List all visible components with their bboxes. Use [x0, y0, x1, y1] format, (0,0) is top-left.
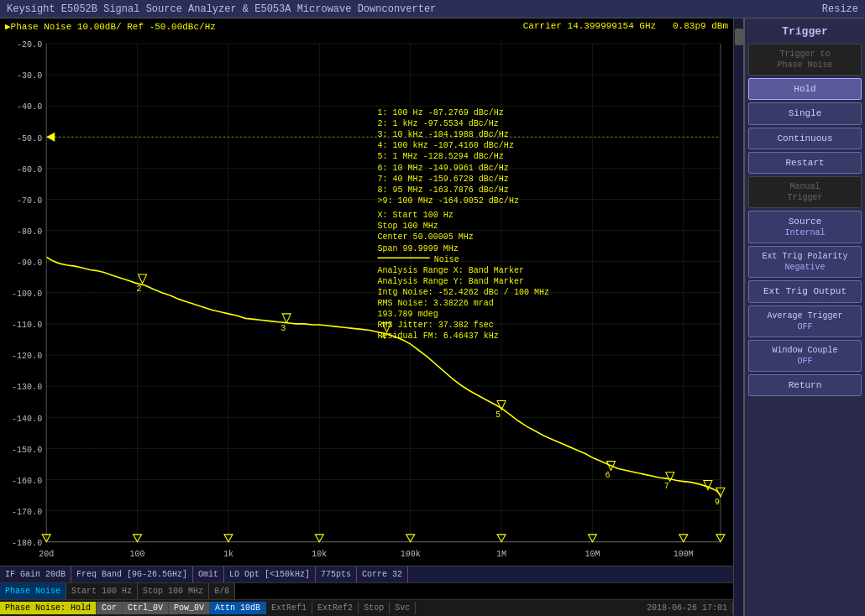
svg-text:-40.0: -40.0 [17, 102, 42, 112]
plot-footer: IF Gain 20dB Freq Band [9G-26.5GHz] Omit… [0, 566, 733, 582]
svg-text:-90.0: -90.0 [17, 258, 42, 268]
hold-btn[interactable]: Hold [748, 78, 862, 100]
chart-svg: -20.0 -30.0 -40.0 -50.0 -60.0 -70.0 -80.… [0, 34, 733, 566]
svg-text:-170.0: -170.0 [12, 507, 42, 517]
svg-text:Noise: Noise [434, 253, 459, 264]
svg-text:Analysis Range Y: Band Marker: Analysis Range Y: Band Marker [378, 275, 524, 285]
status-extref2: ExtRef2 [312, 602, 359, 614]
svg-text:-180.0: -180.0 [12, 538, 42, 548]
plot-header: ▶Phase Noise 10.00dB/ Ref -50.00dBc/Hz C… [0, 18, 733, 34]
svg-text:-120.0: -120.0 [12, 351, 42, 361]
svg-text:Residual FM: 6.46437 kHz: Residual FM: 6.46437 kHz [378, 331, 499, 341]
ext-trig-output-btn[interactable]: Ext Trig Output [748, 280, 862, 302]
pts-cell: 775pts [316, 566, 357, 582]
manual-trigger-btn[interactable]: ManualTrigger [748, 176, 862, 208]
svg-text:-50.0: -50.0 [17, 133, 42, 143]
svg-text:5: 5 [495, 410, 501, 420]
svg-text:193.789 mdeg: 193.789 mdeg [378, 309, 438, 319]
pn-stop-cell: Stop 100 MHz [138, 583, 209, 599]
title-bar: Keysight E5052B Signal Source Analyzer &… [0, 0, 865, 18]
sidebar: Trigger Trigger toPhase Noise Hold Singl… [743, 18, 865, 616]
source-internal-btn[interactable]: Source Internal [748, 211, 862, 243]
svg-text:-110.0: -110.0 [12, 320, 42, 330]
svg-text:100M: 100M [674, 549, 694, 559]
svg-text:-130.0: -130.0 [12, 382, 42, 392]
plot-area: -20.0 -30.0 -40.0 -50.0 -60.0 -70.0 -80.… [0, 34, 733, 566]
status-pow: Pow_0V [169, 602, 210, 614]
svg-text:X: Start 100 Hz: X: Start 100 Hz [378, 210, 453, 220]
return-btn[interactable]: Return [748, 374, 862, 396]
carrier-info: Carrier 14.399999154 GHz 0.83p9 dBm [523, 21, 728, 32]
sidebar-title: Trigger [748, 22, 862, 41]
svg-text:>9: 100 MHz   -164.0052 dBc/Hz: >9: 100 MHz -164.0052 dBc/Hz [378, 195, 519, 205]
average-trigger-btn[interactable]: Average Trigger OFF [748, 305, 862, 337]
plot-title: ▶Phase Noise 10.00dB/ Ref -50.00dBc/Hz [5, 21, 216, 32]
lo-opt-cell[interactable]: LO Opt [<150kHz] [224, 566, 316, 582]
svg-text:Stop 100 MHz: Stop 100 MHz [378, 221, 438, 231]
svg-text:RMS Jitter: 37.382 fsec: RMS Jitter: 37.382 fsec [378, 320, 494, 330]
scroll-thumb[interactable] [735, 29, 743, 45]
restart-btn[interactable]: Restart [748, 152, 862, 174]
svg-text:10k: 10k [312, 549, 327, 559]
resize-btn[interactable]: Resize [822, 3, 858, 15]
single-btn[interactable]: Single [748, 102, 862, 124]
trigger-to-phase-noise-btn[interactable]: Trigger toPhase Noise [748, 44, 862, 76]
svg-text:RMS Noise: 3.38226 mrad: RMS Noise: 3.38226 mrad [378, 298, 494, 308]
status-ctrl: Ctrl_0V [123, 602, 169, 614]
status-stop: Stop [359, 602, 390, 614]
svg-text:-80.0: -80.0 [17, 227, 42, 237]
scroll-bar[interactable] [733, 18, 743, 616]
corr-cell: Corre 32 [357, 566, 408, 582]
status-datetime: 2018-06-26 17:01 [642, 602, 733, 614]
svg-text:-30.0: -30.0 [17, 70, 42, 81]
svg-text:6: 6 [605, 470, 610, 480]
freq-band-cell[interactable]: Freq Band [9G-26.5GHz] [71, 566, 193, 582]
status-extref1: ExtRef1 [266, 602, 312, 614]
omit-cell[interactable]: Omit [193, 566, 224, 582]
ext-trig-polarity-btn[interactable]: Ext Trig Polarity Negative [748, 246, 862, 278]
pn-start-cell: Start 100 Hz [66, 583, 138, 599]
svg-text:2:  1 kHz     -97.5534 dBc/Hz: 2: 1 kHz -97.5534 dBc/Hz [378, 118, 499, 128]
svg-text:-140.0: -140.0 [12, 413, 42, 423]
svg-text:10M: 10M [585, 549, 600, 559]
svg-text:-60.0: -60.0 [17, 164, 42, 174]
svg-text:Span 99.9999 MHz: Span 99.9999 MHz [378, 243, 459, 253]
svg-text:4:  100 kHz  -107.4160 dBc/Hz: 4: 100 kHz -107.4160 dBc/Hz [378, 140, 514, 150]
svg-text:8:  95 MHz   -163.7876 dBc/Hz: 8: 95 MHz -163.7876 dBc/Hz [378, 184, 509, 194]
svg-text:20d: 20d [39, 549, 54, 559]
status-bar: Phase Noise: Hold Cor Ctrl_0V Pow_0V Att… [0, 599, 733, 616]
svg-text:7: 7 [664, 481, 669, 491]
svg-text:1k: 1k [223, 549, 233, 559]
svg-text:100: 100 [130, 549, 145, 559]
pn-pages-cell: 8/8 [209, 583, 235, 599]
svg-text:3: 3 [280, 322, 286, 332]
pn-label-cell: Phase Noise [0, 583, 66, 599]
svg-text:3:  10 kHz   -104.1988 dBc/Hz: 3: 10 kHz -104.1988 dBc/Hz [378, 129, 509, 139]
if-gain-cell[interactable]: IF Gain 20dB [0, 566, 71, 582]
svg-rect-0 [0, 34, 733, 566]
main-container: ▶Phase Noise 10.00dB/ Ref -50.00dBc/Hz C… [0, 18, 865, 616]
svg-text:Center 50.00005 MHz: Center 50.00005 MHz [378, 232, 474, 242]
svg-text:9: 9 [715, 497, 720, 507]
app-title: Keysight E5052B Signal Source Analyzer &… [7, 3, 436, 15]
svg-text:Analysis Range X: Band Marker: Analysis Range X: Band Marker [378, 264, 524, 274]
window-couple-btn[interactable]: Window Couple OFF [748, 340, 862, 372]
status-attn: Attn 10dB [210, 602, 266, 614]
status-hold: Phase Noise: Hold [0, 602, 97, 614]
svg-text:7:  40 MHz   -159.6728 dBc/Hz: 7: 40 MHz -159.6728 dBc/Hz [378, 173, 509, 183]
svg-text:2: 2 [137, 283, 142, 293]
status-cor: Cor [97, 602, 123, 614]
svg-text:Intg Noise: -52.4262 dBc / 100: Intg Noise: -52.4262 dBc / 100 MHz [378, 287, 549, 297]
svg-text:100k: 100k [401, 549, 421, 559]
svg-text:1:  100 Hz    -87.2769 dBc/Hz: 1: 100 Hz -87.2769 dBc/Hz [378, 107, 504, 117]
plot-container: ▶Phase Noise 10.00dB/ Ref -50.00dBc/Hz C… [0, 18, 733, 616]
status-svc: Svc [390, 602, 416, 614]
svg-text:1M: 1M [496, 549, 506, 559]
svg-text:-100.0: -100.0 [12, 289, 42, 299]
svg-text:6:  10 MHz   -149.9961 dBc/Hz: 6: 10 MHz -149.9961 dBc/Hz [378, 162, 509, 172]
svg-text:-20.0: -20.0 [17, 39, 42, 50]
phase-noise-bar: Phase Noise Start 100 Hz Stop 100 MHz 8/… [0, 582, 733, 599]
svg-text:-160.0: -160.0 [12, 475, 42, 485]
svg-text:5:  1 MHz    -128.5294 dBc/Hz: 5: 1 MHz -128.5294 dBc/Hz [378, 151, 504, 161]
continuous-btn[interactable]: Continuous [748, 128, 862, 149]
